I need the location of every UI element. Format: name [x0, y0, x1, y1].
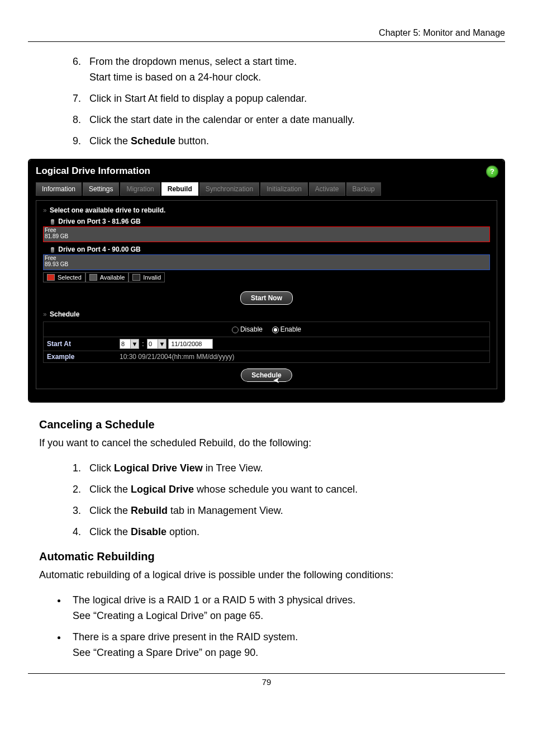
chevron-down-icon: »: [43, 310, 46, 318]
step-6: From the dropdown menus, select a start …: [84, 54, 505, 86]
drive4-bar[interactable]: Free89.93 GB: [43, 254, 490, 270]
schedule-button[interactable]: Schedule: [241, 368, 292, 382]
cancel-heading: Canceling a Schedule: [28, 418, 505, 431]
swatch-available-icon: [89, 274, 97, 281]
instruction-steps: From the dropdown menus, select a start …: [28, 54, 505, 149]
auto-bullet-1: The logical drive is a RAID 1 or a RAID …: [67, 593, 505, 624]
tab-backup: Backup: [346, 182, 381, 196]
tab-activate: Activate: [309, 182, 345, 196]
page-number: 79: [262, 677, 272, 687]
swatch-selected-icon: [47, 274, 55, 281]
legend-available: Available: [85, 272, 129, 282]
cancel-step-4: Click the Disable option.: [84, 525, 505, 540]
auto-intro: Automatic rebuilding of a logical drive …: [28, 568, 505, 583]
legend: Selected Available Invalid: [43, 272, 490, 282]
drive-icon: [51, 219, 54, 225]
tab-migration: Migration: [120, 182, 160, 196]
date-input[interactable]: 11/10/2008: [168, 339, 213, 349]
drive4-title: Drive on Port 4 - 90.00 GB: [58, 245, 140, 253]
start-at-label: Start At: [44, 338, 116, 349]
select-drive-text: Select one available drive to rebuild.: [50, 206, 165, 214]
tab-synchronization: Synchronization: [199, 182, 259, 196]
head-rule: [28, 41, 505, 42]
time-colon: :: [141, 340, 145, 348]
drive4-label: Drive on Port 4 - 90.00 GB: [51, 245, 490, 253]
legend-selected: Selected: [43, 272, 85, 282]
auto-bullets: The logical drive is a RAID 1 or a RAID …: [28, 593, 505, 661]
auto-heading: Automatic Rebuilding: [28, 550, 505, 563]
cancel-steps: Click Logical Drive View in Tree View. C…: [28, 461, 505, 540]
schedule-radio-group: Disable Enable: [43, 322, 490, 337]
tab-initialization: Initialization: [260, 182, 308, 196]
example-value: 10:30 09/21/2004(hh:mm MM/dd/yyyy): [116, 351, 489, 362]
step-text: Start time is based on a 24-hour clock.: [89, 72, 261, 83]
radio-enable[interactable]: [272, 327, 279, 333]
step-text: Click in Start At field to display a pop…: [89, 93, 307, 104]
page-footer: 79: [28, 673, 505, 687]
chevron-down-icon: ▼: [158, 339, 166, 348]
start-now-button[interactable]: Start Now: [240, 291, 293, 305]
screenshot-frame: ? Logical Drive Information Information …: [28, 159, 505, 403]
swatch-invalid-icon: [132, 274, 140, 281]
step-text: Click the: [89, 135, 131, 147]
tab-rebuild[interactable]: Rebuild: [161, 182, 198, 196]
step-text: button.: [175, 135, 209, 147]
example-row: Example 10:30 09/21/2004(hh:mm MM/dd/yyy…: [43, 351, 490, 363]
drive3-label: Drive on Port 3 - 81.96 GB: [51, 218, 490, 225]
rebuild-panel: » Select one available drive to rebuild.…: [36, 200, 497, 389]
drive4-free: Free89.93 GB: [44, 255, 69, 268]
chevron-down-icon: »: [43, 206, 46, 214]
chevron-down-icon: ▼: [130, 339, 139, 348]
drive3-title: Drive on Port 3 - 81.96 GB: [58, 218, 140, 225]
cancel-step-3: Click the Rebuild tab in Management View…: [84, 503, 505, 519]
cancel-step-2: Click the Logical Drive whose schedule y…: [84, 482, 505, 498]
minute-dropdown[interactable]: 0▼: [147, 339, 166, 349]
drive3-free: Free81.89 GB: [44, 227, 69, 240]
cancel-intro: If you want to cancel the scheduled Rebu…: [28, 436, 505, 451]
cursor-icon: ➤: [273, 375, 280, 385]
legend-invalid: Invalid: [129, 272, 165, 282]
radio-disable-label: Disable: [240, 325, 263, 333]
radio-disable[interactable]: [232, 327, 239, 333]
hour-dropdown[interactable]: 8▼: [120, 339, 139, 349]
step-text: Click the start date in the calendar or …: [89, 114, 355, 125]
drive3-bar[interactable]: Free81.89 GB: [43, 226, 490, 242]
schedule-title: Schedule: [50, 310, 79, 318]
step-9: Click the Schedule button.: [84, 134, 505, 149]
schedule-section-label: » Schedule: [43, 310, 490, 318]
select-drive-label: » Select one available drive to rebuild.: [43, 206, 490, 214]
step-text: From the dropdown menus, select a start …: [89, 56, 297, 67]
start-at-row: Start At 8▼ : 0▼ 11/10/2008: [43, 337, 490, 351]
tab-settings[interactable]: Settings: [83, 182, 119, 196]
step-7: Click in Start At field to display a pop…: [84, 91, 505, 107]
auto-bullet-2: There is a spare drive present in the RA…: [67, 630, 505, 661]
drive-icon: [51, 247, 54, 253]
cancel-step-1: Click Logical Drive View in Tree View.: [84, 461, 505, 476]
tab-information[interactable]: Information: [36, 182, 82, 196]
schedule-button-highlight: Schedule ➤: [241, 368, 292, 382]
example-label: Example: [44, 351, 116, 362]
panel-title: Logical Drive Information: [36, 166, 497, 177]
step-8: Click the start date in the calendar or …: [84, 112, 505, 128]
radio-enable-label: Enable: [280, 325, 301, 333]
step-bold: Schedule: [131, 135, 175, 147]
running-head: Chapter 5: Monitor and Manage: [28, 28, 505, 38]
tab-bar: Information Settings Migration Rebuild S…: [36, 182, 497, 196]
